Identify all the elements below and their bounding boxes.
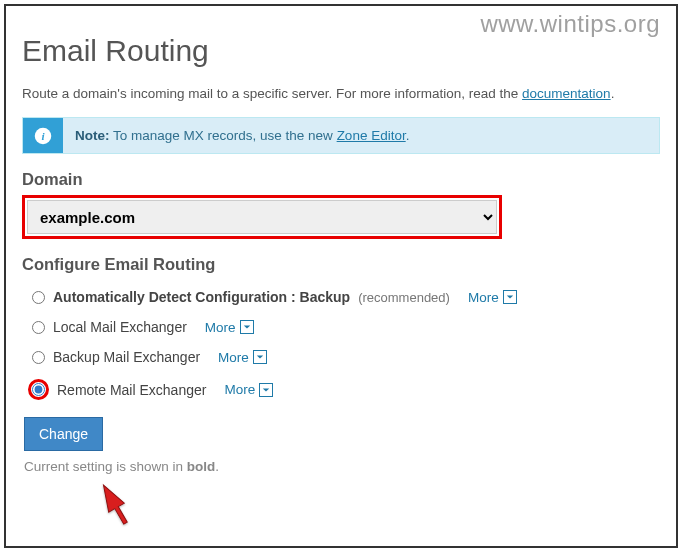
more-label: More bbox=[205, 320, 236, 335]
page-description: Route a domain's incoming mail to a spec… bbox=[22, 86, 660, 101]
domain-label: Domain bbox=[22, 170, 660, 189]
option-label: Automatically Detect Configuration : Bac… bbox=[53, 289, 350, 305]
radio-highlight bbox=[28, 379, 49, 400]
domain-select[interactable]: example.com bbox=[27, 200, 497, 234]
option-label: Local Mail Exchanger bbox=[53, 319, 187, 335]
configure-label: Configure Email Routing bbox=[22, 255, 660, 274]
hint-suffix: . bbox=[215, 459, 219, 474]
info-icon: i bbox=[23, 118, 63, 153]
recommended-tag: (recommended) bbox=[358, 290, 450, 305]
radio-local[interactable] bbox=[32, 321, 45, 334]
routing-options: Automatically Detect Configuration : Bac… bbox=[22, 282, 660, 407]
zone-editor-link[interactable]: Zone Editor bbox=[337, 128, 406, 143]
domain-select-highlight: example.com bbox=[22, 195, 502, 239]
description-text: Route a domain's incoming mail to a spec… bbox=[22, 86, 522, 101]
documentation-link[interactable]: documentation bbox=[522, 86, 611, 101]
option-backup-exchanger[interactable]: Backup Mail Exchanger More bbox=[22, 342, 660, 372]
more-toggle[interactable]: More bbox=[218, 350, 267, 365]
description-suffix: . bbox=[611, 86, 615, 101]
note-label: Note: bbox=[75, 128, 110, 143]
change-button[interactable]: Change bbox=[24, 417, 103, 451]
radio-auto-detect[interactable] bbox=[32, 291, 45, 304]
hint-prefix: Current setting is shown in bbox=[24, 459, 187, 474]
watermark-text: www.wintips.org bbox=[480, 10, 660, 38]
alert-text-suffix: . bbox=[406, 128, 410, 143]
radio-backup[interactable] bbox=[32, 351, 45, 364]
option-auto-detect[interactable]: Automatically Detect Configuration : Bac… bbox=[22, 282, 660, 312]
option-local-exchanger[interactable]: Local Mail Exchanger More bbox=[22, 312, 660, 342]
cursor-icon bbox=[94, 480, 136, 534]
hint-bold: bold bbox=[187, 459, 216, 474]
more-toggle[interactable]: More bbox=[205, 320, 254, 335]
radio-remote[interactable] bbox=[32, 383, 45, 396]
page-title: Email Routing bbox=[22, 34, 660, 68]
more-label: More bbox=[468, 290, 499, 305]
alert-text-prefix: To manage MX records, use the new bbox=[110, 128, 337, 143]
more-toggle[interactable]: More bbox=[224, 382, 273, 397]
chevron-down-icon bbox=[240, 320, 254, 334]
option-label: Remote Mail Exchanger bbox=[57, 382, 206, 398]
option-remote-exchanger[interactable]: Remote Mail Exchanger More bbox=[22, 372, 660, 407]
option-label: Backup Mail Exchanger bbox=[53, 349, 200, 365]
chevron-down-icon bbox=[259, 383, 273, 397]
more-toggle[interactable]: More bbox=[468, 290, 517, 305]
chevron-down-icon bbox=[253, 350, 267, 364]
more-label: More bbox=[218, 350, 249, 365]
info-alert-body: Note: To manage MX records, use the new … bbox=[63, 118, 421, 153]
more-label: More bbox=[224, 382, 255, 397]
chevron-down-icon bbox=[503, 290, 517, 304]
info-alert: i Note: To manage MX records, use the ne… bbox=[22, 117, 660, 154]
current-setting-hint: Current setting is shown in bold. bbox=[24, 459, 660, 474]
